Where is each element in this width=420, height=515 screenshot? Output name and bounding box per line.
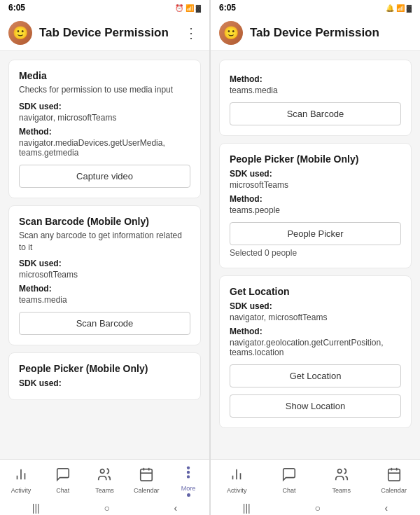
page-title-left: Tab Device Permission — [39, 26, 174, 40]
time-right: 6:05 — [219, 3, 236, 13]
nav-more-label-left: More — [181, 485, 196, 492]
gesture-circle: ○ — [104, 502, 109, 514]
left-phone: 6:05 ⏰ 📶 ▓ 🙂 Tab Device Permission ⋮ Med… — [0, 0, 210, 515]
people-picker-button-right[interactable]: People Picker — [230, 222, 401, 245]
header-left: 🙂 Tab Device Permission ⋮ — [0, 15, 209, 51]
scan-method-value-right: teams.media — [230, 85, 401, 95]
signal-icon: 📶 — [186, 4, 194, 12]
nav-more-dot-left — [187, 493, 190, 497]
media-method-label: Method: — [19, 127, 190, 137]
loc-sdk-label: SDK used: — [230, 301, 401, 311]
svg-rect-1 — [141, 469, 153, 481]
calendar-icon-left — [139, 467, 154, 486]
page-title-right: Tab Device Permission — [250, 26, 412, 40]
get-location-button[interactable]: Get Location — [230, 364, 401, 387]
nav-activity-label-right: Activity — [227, 487, 247, 494]
gesture-back-right: ‹ — [384, 502, 388, 514]
chat-icon-right — [281, 467, 297, 486]
scan-barcode-desc: Scan any barcode to get information rela… — [19, 230, 190, 254]
scan-barcode-button-right[interactable]: Scan Barcode — [230, 102, 401, 125]
loc-method-value: navigator.geolocation.getCurrentPosition… — [230, 338, 401, 357]
loc-sdk-value: navigator, microsoftTeams — [230, 313, 401, 322]
calendar-icon-right — [386, 467, 402, 486]
signal-icon-right: 📶 — [396, 4, 405, 12]
gesture-lines: ||| — [32, 502, 40, 514]
get-location-card: Get Location SDK used: navigator, micros… — [219, 275, 412, 428]
pp-method-label-right: Method: — [230, 194, 401, 204]
status-bar-right: 6:05 🔔 📶 ▓ — [211, 0, 420, 15]
gesture-lines-right: ||| — [243, 502, 251, 514]
gesture-back: ‹ — [174, 502, 177, 514]
bottom-nav-left: Activity Chat Teams — [0, 459, 209, 501]
nav-more-left[interactable]: More — [167, 460, 209, 501]
scan-barcode-card: Scan Barcode (Mobile Only) Scan any barc… — [8, 205, 201, 346]
people-picker-card-right: People Picker (Mobile Only) SDK used: mi… — [219, 143, 412, 268]
nav-calendar-label-left: Calendar — [134, 487, 160, 494]
svg-point-6 — [188, 471, 190, 473]
scan-barcode-button-left[interactable]: Scan Barcode — [19, 312, 190, 335]
svg-point-8 — [337, 469, 342, 474]
alarm-icon: ⏰ — [175, 4, 183, 12]
nav-chat-right[interactable]: Chat — [263, 460, 316, 501]
svg-point-0 — [101, 469, 105, 474]
right-phone: 6:05 🔔 📶 ▓ 🙂 Tab Device Permission Metho… — [210, 0, 420, 515]
avatar-right: 🙂 — [219, 21, 243, 45]
media-method-value: navigator.mediaDevices.getUserMedia, tea… — [19, 138, 190, 158]
time-left: 6:05 — [8, 3, 25, 13]
media-sdk-label: SDK used: — [19, 102, 190, 111]
nav-chat-label-left: Chat — [56, 487, 69, 494]
people-picker-card-partial: People Picker (Mobile Only) SDK used: — [8, 352, 201, 400]
more-button-left[interactable]: ⋮ — [181, 25, 201, 41]
nav-activity-left[interactable]: Activity — [0, 460, 42, 501]
scan-barcode-title: Scan Barcode (Mobile Only) — [19, 216, 190, 227]
scan-barcode-method-value: teams.media — [19, 295, 190, 305]
gesture-circle-right: ○ — [314, 502, 320, 514]
more-icon-left — [181, 465, 196, 483]
content-left: Media Checks for permission to use media… — [0, 51, 209, 459]
media-sdk-value: navigator, microsoftTeams — [19, 113, 190, 123]
people-picker-sdk-label-left: SDK used: — [19, 378, 190, 388]
chat-icon-left — [55, 467, 71, 486]
scan-barcode-method-label: Method: — [19, 284, 190, 294]
activity-icon-right — [229, 467, 244, 486]
alarm-icon-right: 🔔 — [386, 4, 394, 12]
header-right: 🙂 Tab Device Permission — [211, 15, 420, 51]
media-desc: Checks for permission to use media input — [19, 84, 190, 96]
battery-icon: ▓ — [196, 4, 201, 12]
nav-calendar-left[interactable]: Calendar — [125, 460, 167, 501]
get-location-title: Get Location — [230, 286, 401, 297]
scan-method-label-right: Method: — [230, 74, 401, 84]
show-location-button[interactable]: Show Location — [230, 394, 401, 418]
activity-icon-left — [13, 467, 29, 486]
selected-count: Selected 0 people — [230, 248, 401, 258]
pp-sdk-value-right: microsoftTeams — [230, 180, 401, 190]
loc-method-label: Method: — [230, 327, 401, 336]
status-bar-left: 6:05 ⏰ 📶 ▓ — [0, 0, 209, 15]
nav-teams-label-right: Teams — [332, 487, 351, 494]
avatar-left: 🙂 — [8, 21, 32, 45]
capture-video-button[interactable]: Capture video — [19, 165, 190, 188]
nav-chat-label-right: Chat — [283, 487, 296, 494]
svg-point-7 — [188, 476, 190, 478]
nav-calendar-right[interactable]: Calendar — [368, 460, 420, 501]
status-icons-left: ⏰ 📶 ▓ — [175, 4, 201, 12]
svg-rect-9 — [388, 469, 400, 481]
people-picker-title-right: People Picker (Mobile Only) — [230, 153, 401, 165]
nav-teams-label-left: Teams — [95, 487, 114, 494]
media-title: Media — [19, 70, 190, 81]
nav-calendar-label-right: Calendar — [381, 487, 407, 494]
status-icons-right: 🔔 📶 ▓ — [386, 4, 412, 12]
teams-icon-right — [334, 467, 349, 486]
scan-barcode-sdk-label: SDK used: — [19, 259, 190, 268]
nav-chat-left[interactable]: Chat — [42, 460, 84, 501]
people-picker-title-left: People Picker (Mobile Only) — [19, 363, 190, 374]
nav-teams-left[interactable]: Teams — [84, 460, 126, 501]
scan-barcode-sdk-value: microsoftTeams — [19, 270, 190, 280]
content-right: Method: teams.media Scan Barcode People … — [211, 51, 420, 459]
battery-icon-right: ▓ — [407, 4, 412, 12]
svg-point-5 — [188, 467, 190, 469]
teams-icon-left — [97, 467, 112, 486]
nav-activity-right[interactable]: Activity — [211, 460, 263, 501]
bottom-nav-right: Activity Chat Teams — [211, 459, 420, 501]
nav-teams-right[interactable]: Teams — [316, 460, 368, 501]
